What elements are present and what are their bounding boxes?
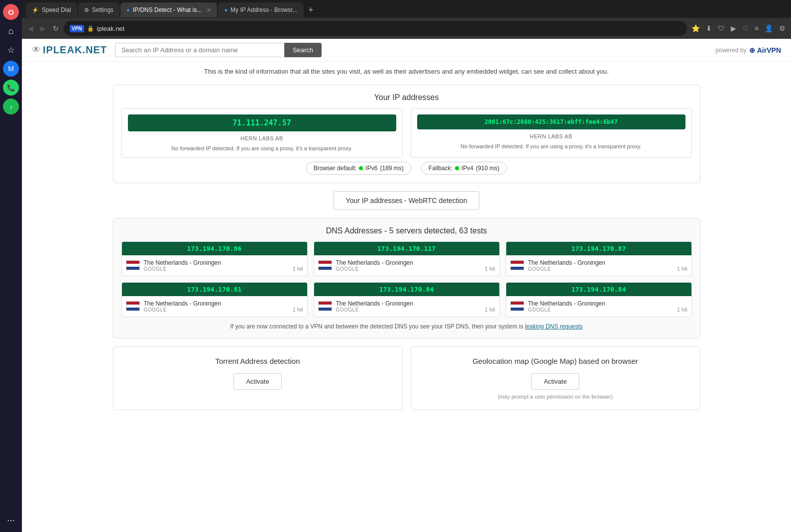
dns-provider-3: GOOGLE	[528, 266, 673, 272]
opera-icon[interactable]: O	[3, 4, 19, 20]
geolocation-title: Geolocation map (Google Map) based on br…	[421, 357, 690, 365]
tab-ipdns[interactable]: ● IP/DNS Detect - What is... ✕	[120, 2, 217, 17]
dns-provider-5: GOOGLE	[336, 307, 481, 313]
flag-nl-2	[318, 260, 332, 270]
url-text: ipleak.net	[97, 25, 125, 32]
whatsapp-icon[interactable]: 📞	[3, 80, 19, 96]
dns-info-1: The Netherlands - Groningen GOOGLE 1 hit	[122, 255, 307, 276]
logo[interactable]: 👁 IPLEAK.NET	[32, 44, 107, 56]
dns-ip-5: 173.194.170.84	[314, 283, 499, 296]
search-form: Search	[115, 43, 322, 57]
toolbar-icons: ⭐ ⬇ 🛡 ▶ ♡ ≡ 👤 ⚙	[690, 23, 787, 34]
extensions-icon[interactable]: ⋯	[3, 512, 19, 528]
menu-icon[interactable]: ≡	[753, 23, 760, 34]
tab-settings-icon: ⚙	[84, 7, 89, 13]
dns-hits-6: 1 hit	[677, 307, 687, 313]
search-button[interactable]: Search	[284, 43, 322, 57]
tab-settings[interactable]: ⚙ Settings	[78, 2, 119, 17]
ipv4-org: HERN Labs AB	[240, 135, 283, 141]
powered-by: powered by ⊕ AirVPN	[715, 46, 781, 54]
shield-icon[interactable]: 🛡	[716, 23, 726, 34]
play-icon[interactable]: ▶	[729, 23, 738, 34]
url-bar[interactable]: VPN 🔒 ipleak.net	[64, 21, 687, 36]
ip-cards-row: 71.111.247.57 HERN Labs AB No forwarded …	[121, 108, 692, 158]
dns-leak-link[interactable]: leaking DNS requests	[525, 323, 583, 330]
dns-hits-3: 1 hit	[677, 266, 687, 272]
ipv6-badge: Browser default: IPv6 (189 ms)	[306, 162, 411, 175]
ip-section-title: Your IP addresses	[121, 93, 692, 102]
dns-note: If you are now connected to a VPN and be…	[121, 323, 692, 330]
geolocation-activate-button[interactable]: Activate	[531, 373, 579, 390]
dns-card-2: 173.194.170.117 The Netherlands - Gronin…	[314, 241, 500, 276]
dns-section: DNS Addresses - 5 servers detected, 63 t…	[113, 218, 700, 338]
bookmark-icon[interactable]: ⭐	[690, 23, 701, 34]
dns-info-3: The Netherlands - Groningen GOOGLE 1 hit	[506, 255, 691, 276]
dns-location-3: The Netherlands - Groningen GOOGLE	[528, 259, 673, 272]
ipv4-ms: (910 ms)	[476, 165, 499, 172]
profile-icon[interactable]: 👤	[763, 23, 775, 34]
dns-hits-1: 1 hit	[293, 266, 303, 272]
dns-provider-6: GOOGLE	[528, 307, 673, 313]
back-button[interactable]: ◀	[26, 22, 35, 34]
dns-hits-2: 1 hit	[485, 266, 495, 272]
page-body: This is the kind of information that all…	[83, 62, 730, 430]
airvpn-logo[interactable]: ⊕ AirVPN	[749, 46, 781, 54]
settings-icon[interactable]: ⚙	[778, 23, 787, 34]
download-icon[interactable]: ⬇	[704, 23, 713, 34]
torrent-card: Torrent Address detection Activate	[113, 346, 403, 410]
geolocation-card: Geolocation map (Google Map) based on br…	[411, 346, 700, 410]
flag-nl-1	[126, 260, 140, 270]
dns-ip-4: 173.194.170.81	[122, 283, 307, 296]
tab-bar: ⚡ Speed Dial ⚙ Settings ● IP/DNS Detect …	[22, 0, 791, 18]
bookmarks-icon[interactable]: ☆	[3, 42, 19, 58]
dns-note-prefix: If you are now connected to a VPN and be…	[230, 323, 525, 330]
dns-info-6: The Netherlands - Groningen GOOGLE 1 hit	[506, 296, 691, 317]
ipv4-proxy-note: No forwarded IP detected. If you are usi…	[171, 145, 352, 151]
tab-myip[interactable]: ● My IP Address - Browsr...	[218, 2, 303, 17]
dns-info-5: The Netherlands - Groningen GOOGLE 1 hit	[314, 296, 499, 317]
dns-card-5: 173.194.170.84 The Netherlands - Groning…	[314, 282, 500, 317]
dns-city-1: The Netherlands - Groningen	[144, 259, 289, 266]
heart-icon[interactable]: ♡	[741, 23, 750, 34]
dns-ip-6: 173.194.170.84	[506, 283, 691, 296]
torrent-activate-button[interactable]: Activate	[233, 373, 281, 390]
tab-ipdns-close[interactable]: ✕	[207, 7, 211, 13]
refresh-button[interactable]: ↻	[51, 22, 61, 34]
home-icon[interactable]: ⌂	[3, 23, 19, 39]
tab-speed-dial-icon: ⚡	[32, 7, 39, 13]
tab-myip-icon: ●	[224, 7, 227, 13]
logo-text: IPLEAK.NET	[43, 44, 107, 56]
search-input[interactable]	[115, 43, 284, 57]
ipv6-org: HERN Labs AB	[530, 133, 572, 139]
forward-button[interactable]: ▶	[38, 22, 48, 34]
ip-addresses-section: Your IP addresses 71.111.247.57 HERN Lab…	[113, 85, 700, 183]
tab-speed-dial[interactable]: ⚡ Speed Dial	[26, 2, 77, 17]
dns-card-1: 173.194.170.86 The Netherlands - Groning…	[121, 241, 308, 276]
ipv6-card: 2001:67c:2660:425:3617:ebff:fee4:6b47 HE…	[411, 108, 692, 158]
dns-location-2: The Netherlands - Groningen GOOGLE	[336, 259, 481, 272]
site-header: 👁 IPLEAK.NET Search powered by ⊕ AirVPN	[22, 39, 791, 62]
ipv6-label-prefix: Browser default:	[314, 165, 357, 172]
tab-speed-dial-label: Speed Dial	[42, 6, 71, 13]
dns-ip-3: 173.194.170.87	[506, 242, 691, 255]
new-tab-button[interactable]: +	[305, 3, 318, 16]
messenger-icon[interactable]: M	[3, 61, 19, 77]
dns-hits-5: 1 hit	[485, 307, 495, 313]
webrtc-button[interactable]: Your IP addresses - WebRTC detection	[334, 191, 480, 210]
lock-icon: 🔒	[87, 25, 94, 32]
powered-by-label: powered by	[715, 47, 746, 54]
ipv6-display: 2001:67c:2660:425:3617:ebff:fee4:6b47	[417, 114, 685, 129]
dns-card-3: 173.194.170.87 The Netherlands - Groning…	[506, 241, 692, 276]
dns-info-4: The Netherlands - Groningen GOOGLE 1 hit	[122, 296, 307, 317]
ipv4-label-prefix: Fallback:	[429, 165, 452, 172]
dns-ip-1: 173.194.170.86	[122, 242, 307, 255]
ipv6-protocol: IPv6	[365, 165, 377, 172]
ipv4-badge: Fallback: IPv4 (910 ms)	[421, 162, 507, 175]
spotify-icon[interactable]: ♪	[3, 99, 19, 114]
dns-provider-4: GOOGLE	[144, 307, 289, 313]
sidebar: O ⌂ ☆ M 📞 ♪ ⋯	[0, 0, 22, 532]
ipv6-dot	[359, 166, 363, 170]
ipv4-display: 71.111.247.57	[128, 114, 396, 131]
dns-location-5: The Netherlands - Groningen GOOGLE	[336, 300, 481, 313]
tab-ipdns-label: IP/DNS Detect - What is...	[133, 6, 202, 13]
